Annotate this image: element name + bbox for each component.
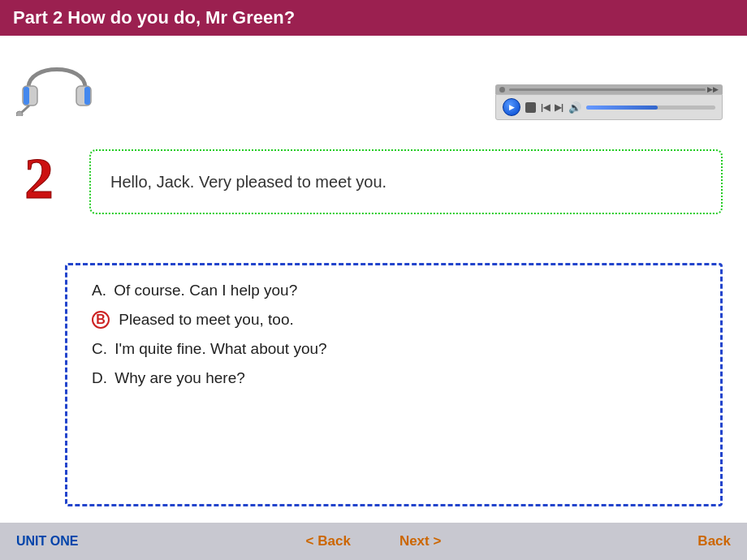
back-button[interactable]: Back bbox=[697, 533, 731, 549]
headphone-icon bbox=[16, 47, 106, 120]
question-box: Hello, Jack. Very pleased to meet you. bbox=[89, 149, 723, 214]
stop-button[interactable] bbox=[525, 102, 536, 113]
main-content: ▶▶ ▶ |◀ ▶| 🔊 2 Hello, Jack. Very pleased… bbox=[0, 36, 747, 523]
footer: UNIT ONE < Back Next > Back bbox=[0, 523, 747, 560]
next-nav-button[interactable]: Next > bbox=[391, 533, 450, 549]
question-number: 2 bbox=[24, 149, 54, 208]
mp-dot-1 bbox=[499, 87, 505, 93]
footer-center: < Back Next > bbox=[162, 533, 585, 549]
option-c-text: I'm quite fine. What about you? bbox=[110, 340, 327, 358]
svg-point-5 bbox=[16, 111, 23, 116]
play-button[interactable]: ▶ bbox=[503, 98, 520, 116]
svg-rect-2 bbox=[24, 87, 29, 105]
progress-track[interactable] bbox=[586, 106, 715, 110]
option-b-text: Pleased to meet you, too. bbox=[114, 311, 294, 329]
option-b[interactable]: B Pleased to meet you, too. bbox=[92, 311, 696, 329]
option-d[interactable]: D. Why are you here? bbox=[92, 369, 696, 387]
svg-rect-3 bbox=[84, 87, 90, 105]
next-ff-button[interactable]: ▶| bbox=[555, 102, 563, 113]
footer-left: UNIT ONE bbox=[0, 534, 162, 549]
option-a-text: Of course. Can I help you? bbox=[110, 282, 297, 299]
page-header: Part 2 How do you do, Mr Green? bbox=[0, 0, 747, 36]
header-title: Part 2 How do you do, Mr Green? bbox=[13, 7, 295, 28]
back-nav-button[interactable]: < Back bbox=[298, 533, 359, 549]
media-player[interactable]: ▶▶ ▶ |◀ ▶| 🔊 bbox=[495, 84, 723, 120]
options-box: A. Of course. Can I help you? B Pleased … bbox=[65, 263, 723, 506]
option-c[interactable]: C. I'm quite fine. What about you? bbox=[92, 340, 696, 358]
option-b-circle: B bbox=[92, 311, 110, 329]
option-d-text: Why are you here? bbox=[110, 369, 245, 387]
mp-topbar-track bbox=[509, 88, 706, 91]
mp-expand-icon: ▶▶ bbox=[707, 85, 719, 93]
progress-fill bbox=[586, 106, 657, 110]
volume-icon[interactable]: 🔊 bbox=[568, 101, 581, 114]
question-text: Hello, Jack. Very pleased to meet you. bbox=[110, 173, 386, 192]
option-a[interactable]: A. Of course. Can I help you? bbox=[92, 282, 696, 299]
footer-right: Back bbox=[585, 533, 747, 549]
prev-button[interactable]: |◀ bbox=[541, 102, 550, 113]
unit-label: UNIT ONE bbox=[16, 534, 78, 549]
